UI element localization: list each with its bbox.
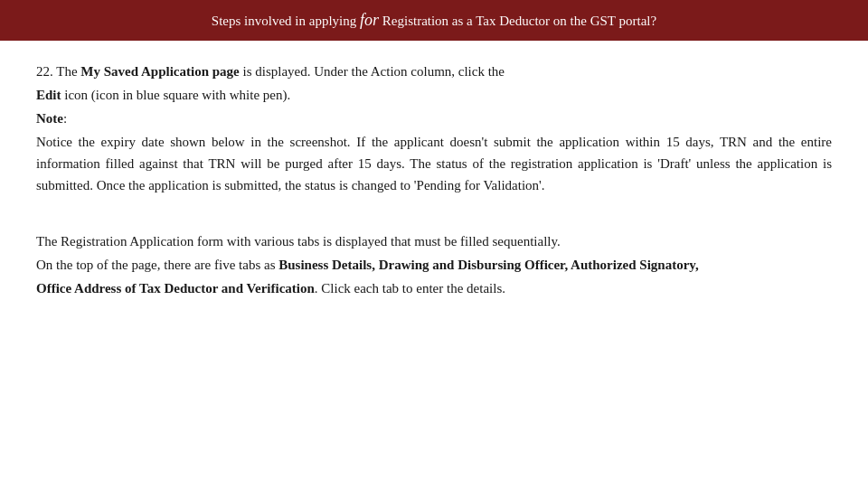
para2-on-the: On the bbox=[36, 258, 76, 272]
note-heading: Note: bbox=[36, 108, 832, 129]
para2-line1: The Registration Application form with v… bbox=[36, 230, 832, 252]
para2-top-word: top bbox=[76, 258, 93, 272]
header-bar: Steps involved in applying for Registrat… bbox=[0, 0, 868, 41]
para1-line1: 22. The My Saved Application page is dis… bbox=[36, 61, 832, 82]
header-for: for bbox=[360, 11, 379, 29]
spacer bbox=[36, 214, 832, 230]
edit-label: Edit bbox=[36, 88, 61, 102]
para1-post: is displayed. Under the Action column, c… bbox=[240, 64, 505, 79]
para2-bold1: Business Details, Drawing and Disbursing… bbox=[278, 258, 699, 272]
para2-mid: of the page, there are five tabs as bbox=[93, 258, 278, 272]
paragraph-1: 22. The My Saved Application page is dis… bbox=[36, 61, 832, 196]
para2-line2: On the top of the page, there are five t… bbox=[36, 254, 832, 276]
para1-line2-post: icon (icon in blue square with white pen… bbox=[61, 88, 291, 102]
para2-bold2: Office Address of Tax Deductor and Verif… bbox=[36, 281, 315, 296]
my-saved-application-label: My Saved Application page bbox=[80, 64, 239, 79]
paragraph-2: The Registration Application form with v… bbox=[36, 230, 832, 299]
note-text: Notice the expiry date shown below in th… bbox=[36, 131, 832, 196]
note-colon: : bbox=[63, 111, 67, 126]
para2-post: . Click each tab to enter the details. bbox=[315, 281, 505, 296]
para1-intro: 22. The bbox=[36, 64, 80, 79]
content-area: 22. The My Saved Application page is dis… bbox=[0, 41, 868, 488]
note-label: Note bbox=[36, 111, 63, 126]
para1-line2: Edit icon (icon in blue square with whit… bbox=[36, 84, 832, 106]
header-prefix: Steps involved in applying bbox=[212, 14, 360, 28]
page-container: Steps involved in applying for Registrat… bbox=[0, 0, 868, 488]
header-suffix: Registration as a Tax Deductor on the GS… bbox=[379, 14, 656, 28]
para2-line3: Office Address of Tax Deductor and Verif… bbox=[36, 277, 832, 299]
